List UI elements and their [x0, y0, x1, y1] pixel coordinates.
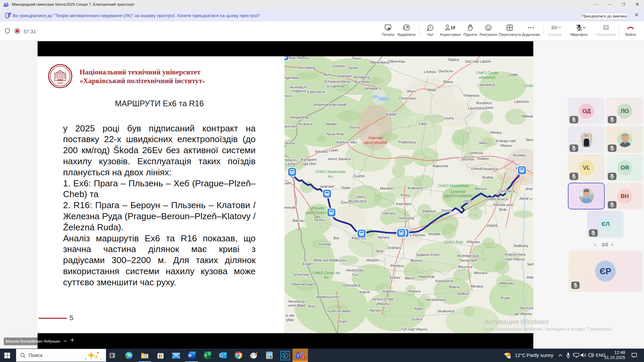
- svg-text:Stochov: Stochov: [461, 157, 474, 161]
- svg-text:park Křivoklátsko: park Křivoklátsko: [444, 194, 472, 198]
- svg-text:Rotz: Rotz: [308, 304, 316, 308]
- svg-text:Klatovy: Klatovy: [383, 289, 395, 293]
- svg-text:újezd Hradiště: újezd Hradiště: [364, 140, 387, 144]
- svg-text:Janovice nad: Janovice nad: [372, 297, 393, 301]
- svg-text:Třebenice: Třebenice: [463, 94, 480, 98]
- svg-text:Sedlice: Sedlice: [457, 292, 469, 296]
- svg-text:Radnice: Radnice: [423, 209, 436, 213]
- svg-text:Kladno: Kladno: [478, 157, 489, 161]
- svg-text:Jirkov: Jirkov: [407, 89, 416, 93]
- svg-text:Teplá: Teplá: [341, 186, 350, 190]
- svg-text:Marienberg: Marienberg: [370, 60, 389, 64]
- svg-text:les: les: [328, 174, 333, 178]
- svg-text:Bárnau: Bárnau: [292, 219, 304, 223]
- svg-text:Sokolov: Sokolov: [315, 149, 328, 154]
- svg-text:Zdice: Zdice: [463, 199, 472, 203]
- svg-text:Bílina: Bílina: [443, 80, 453, 84]
- svg-text:Cham: Cham: [337, 319, 347, 323]
- svg-text:CHKO Č: CHKO Č: [525, 84, 533, 88]
- svg-text:Eibenstock: Eibenstock: [307, 90, 325, 94]
- svg-text:Sedlčany: Sedlčany: [513, 244, 529, 248]
- svg-text:Úhlavou: Úhlavou: [376, 302, 389, 306]
- svg-text:Krásná Hora: Krásná Hora: [505, 252, 526, 256]
- svg-text:1885: 1885: [57, 81, 64, 85]
- svg-text:Teplice: Teplice: [448, 58, 459, 62]
- svg-text:Zwonitz: Zwonitz: [332, 64, 345, 68]
- svg-text:Horní Slavkov: Horní Slavkov: [328, 157, 351, 161]
- svg-text:Brdy: Brdy: [499, 207, 507, 212]
- svg-text:Mirovice: Mirovice: [474, 271, 488, 275]
- svg-text:Třemošná: Třemošná: [397, 216, 414, 220]
- svg-text:Březnice: Březnice: [458, 265, 473, 269]
- svg-text:Ostrov: Ostrov: [349, 125, 360, 129]
- svg-text:Jílové u P: Jílové u P: [519, 196, 533, 200]
- svg-text:Lázně: Lázně: [285, 162, 296, 166]
- svg-text:Švihov: Švihov: [389, 276, 400, 280]
- svg-text:Nera: Nera: [526, 138, 533, 142]
- svg-text:Buchholz: Buchholz: [355, 80, 370, 84]
- svg-text:CHKO Křivoklátsko: CHKO Křivoklátsko: [438, 184, 469, 188]
- svg-text:Jese: Jese: [525, 187, 533, 191]
- svg-text:Vogtland: Vogtland: [291, 89, 306, 93]
- svg-text:Duchcov: Duchcov: [439, 69, 453, 73]
- svg-text:Týn: Týn: [352, 273, 358, 277]
- svg-text:eukirchen: eukirchen: [284, 124, 298, 128]
- svg-text:Schönsee: Schönsee: [293, 273, 310, 277]
- svg-text:Annaberg-: Annaberg-: [354, 75, 371, 79]
- svg-text:ntiškovy: ntiškovy: [284, 158, 297, 162]
- svg-text:Vojenský: Vojenský: [368, 136, 384, 140]
- svg-text:Libochovice: Libochovice: [468, 106, 487, 110]
- svg-text:pfalz: pfalz: [286, 318, 294, 322]
- svg-text:Podbořany: Podbořany: [398, 140, 416, 144]
- svg-text:henreuth: henreuth: [284, 205, 296, 209]
- svg-text:Mělník: Mělník: [522, 114, 533, 118]
- svg-text:Furth im Wald: Furth im Wald: [327, 309, 350, 313]
- svg-text:Stod: Stod: [376, 249, 383, 253]
- svg-text:ariánské: ariánské: [320, 184, 334, 188]
- svg-text:Kirchberg: Kirchberg: [299, 66, 315, 70]
- svg-text:Bor: Bor: [333, 236, 339, 240]
- svg-text:Domažlice: Domažlice: [343, 283, 360, 287]
- svg-text:Elterlein: Elterlein: [338, 74, 352, 78]
- svg-text:Erzgebirge: Erzgebirge: [327, 84, 345, 88]
- svg-text:Kraslice: Kraslice: [299, 122, 312, 126]
- svg-text:Jöhstadt: Jöhstadt: [364, 86, 378, 90]
- svg-text:Dobřichovice: Dobřichovice: [486, 197, 508, 201]
- svg-text:Mirotice: Mirotice: [471, 284, 484, 288]
- svg-text:Plánice: Plánice: [409, 289, 421, 293]
- svg-text:Měčín: Měčín: [405, 276, 415, 280]
- svg-text:W: W: [189, 354, 192, 357]
- svg-text:les: les: [324, 275, 329, 279]
- svg-text:Slaný: Slaný: [478, 141, 488, 145]
- svg-text:Plasy: Plasy: [401, 193, 410, 197]
- svg-text:T: T: [297, 355, 299, 358]
- svg-text:Černošice: Černošice: [498, 189, 515, 193]
- svg-text:Liběchov: Liběchov: [514, 100, 529, 104]
- svg-text:Nejdek: Nejdek: [326, 122, 337, 126]
- svg-text:Lesnický: Lesnický: [451, 189, 466, 193]
- svg-text:Kaznějov: Kaznějov: [396, 202, 412, 206]
- svg-text:Kynšperk: Kynšperk: [301, 158, 317, 162]
- svg-text:Žatec: Žatec: [418, 122, 428, 126]
- svg-text:Klingenthal: Klingenthal: [290, 115, 309, 119]
- svg-text:nad Vltavou: nad Vltavou: [505, 257, 525, 261]
- svg-text:CHKO České: CHKO České: [476, 71, 498, 75]
- svg-text:Roudnice: Roudnice: [476, 101, 492, 105]
- svg-text:Bělá nad Radbuzou: Bělá nad Radbuzou: [314, 258, 346, 262]
- svg-text:Nýrsko: Nýrsko: [370, 308, 381, 312]
- svg-text:Velvary: Velvary: [490, 130, 502, 134]
- svg-text:Aue: Aue: [324, 72, 330, 76]
- svg-text:Třemšínem: Třemšínem: [459, 258, 477, 262]
- svg-text:Rabí: Rabí: [414, 307, 422, 311]
- svg-text:Johanngeorgenstadt: Johanngeorgenstadt: [313, 103, 346, 107]
- svg-text:Nová Role: Nová Role: [327, 132, 344, 136]
- svg-text:vorm Wald: vorm Wald: [288, 303, 305, 307]
- svg-text:CHKO Český les: CHKO Český les: [313, 271, 340, 275]
- svg-text:Sušice: Sušice: [411, 317, 422, 321]
- svg-text:Horšovský: Horšovský: [346, 268, 364, 272]
- svg-text:Kralovice: Kralovice: [408, 186, 423, 190]
- svg-text:Schwarzenberg/: Schwarzenberg/: [324, 79, 351, 83]
- svg-text:Oberviechtach: Oberviechtach: [292, 282, 316, 286]
- svg-text:Úterý: Úterý: [357, 195, 366, 199]
- svg-text:Spálené Poříčí: Spálené Poříčí: [416, 253, 440, 257]
